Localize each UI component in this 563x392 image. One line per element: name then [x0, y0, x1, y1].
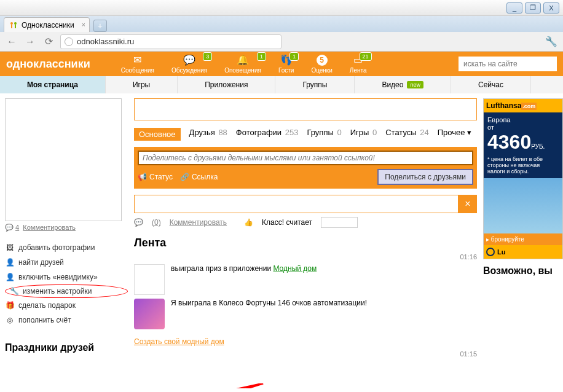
window-titlebar: _ ❐ X: [0, 0, 563, 16]
ptab-photos[interactable]: Фотографии 253: [236, 128, 299, 141]
ptab-count: 24: [420, 128, 428, 137]
nav-discussions[interactable]: 💬 3 Обсуждения: [171, 55, 207, 74]
sidebar-add-photos[interactable]: 🖼добавить фотографии: [5, 240, 128, 255]
badge: 3: [203, 52, 212, 61]
comment-link[interactable]: Комментировать: [170, 218, 227, 227]
klass-label: Класс! считает: [262, 218, 312, 227]
subnav-video[interactable]: Видеоnew: [355, 76, 451, 93]
post-box: ×: [134, 195, 477, 213]
sidebar-settings[interactable]: 🔧изменить настройки: [5, 284, 128, 298]
share-box: 📢Статус 🔗Ссылка Поделиться с друзьями: [134, 147, 477, 189]
envelope-icon: ✉: [131, 55, 144, 66]
sidebar-links: 🖼добавить фотографии 👤найти друзей 👤вклю…: [5, 240, 128, 327]
ptab-main[interactable]: Основное: [134, 128, 181, 141]
nav-guests[interactable]: 👣 1 Гости: [278, 55, 294, 74]
feed-item: Я выиграла в Колесо Фортуны 146 очков ав…: [134, 299, 477, 329]
profile-picture[interactable]: [5, 98, 122, 221]
post-close-button[interactable]: ×: [459, 195, 477, 213]
avatar[interactable]: [134, 264, 165, 295]
browser-tab[interactable]: Одноклассники ×: [4, 17, 90, 32]
nav-notifications[interactable]: 🔔 1 Оповещения: [224, 55, 261, 74]
ptab-count: 0: [372, 128, 377, 137]
ptab-games[interactable]: Игры 0: [350, 128, 377, 141]
ptab-count: 253: [285, 128, 299, 137]
post-input[interactable]: [134, 195, 459, 213]
tab-close-icon[interactable]: ×: [82, 22, 85, 28]
ptab-label: Группы: [307, 128, 333, 137]
back-button[interactable]: ←: [5, 35, 18, 49]
right-column: Lufthansa.com Европа от 4360РУБ. * цена …: [483, 98, 563, 388]
ad-price: 4360: [487, 131, 531, 153]
person-icon: 👤: [5, 257, 15, 267]
forward-button[interactable]: →: [23, 35, 37, 49]
url-input[interactable]: odnoklassniki.ru: [60, 34, 282, 49]
ad-body: Европа от 4360РУБ. * цена на билет в обе…: [484, 112, 562, 178]
new-badge: new: [407, 81, 423, 88]
ptab-statuses[interactable]: Статусы 24: [385, 128, 429, 141]
site-search-input[interactable]: [459, 57, 557, 71]
nav-messages[interactable]: ✉ Сообщения: [121, 55, 154, 74]
site-logo[interactable]: одноклассники: [6, 58, 90, 71]
subnav-label: Видео: [382, 80, 403, 89]
subnav-apps[interactable]: Приложения: [178, 76, 275, 93]
ad-cta[interactable]: ▸ бронируйте: [484, 233, 562, 245]
comment-count[interactable]: (0): [152, 218, 161, 227]
ad-footer: Lu: [484, 245, 562, 259]
sidebar-invisible[interactable]: 👤включить «невидимку»: [5, 270, 128, 284]
create-link[interactable]: Создать свой модный дом: [134, 337, 224, 346]
maximize-button[interactable]: ❐: [525, 2, 541, 14]
url-text: odnoklassniki.ru: [77, 37, 134, 46]
klass-icon[interactable]: 👍: [244, 218, 253, 227]
subnav-now[interactable]: Сейчас: [451, 76, 531, 93]
share-button[interactable]: Поделиться с друзьями: [377, 169, 473, 185]
reload-button[interactable]: ⟳: [42, 35, 55, 49]
new-tab-button[interactable]: +: [93, 20, 107, 32]
photo-icon: 🖼: [5, 243, 15, 253]
sidebar-find-friends[interactable]: 👤найти друзей: [5, 255, 128, 270]
sidebar-gift[interactable]: 🎁сделать подарок: [5, 298, 128, 313]
feed-text: выиграла приз в приложении: [171, 264, 273, 273]
coin-icon: ◎: [5, 315, 15, 325]
bell-icon: 🔔: [236, 55, 250, 66]
nav-label: Гости: [278, 67, 294, 74]
rating-icon: 5: [317, 55, 328, 66]
subnav-my-page[interactable]: Моя страница: [0, 76, 106, 93]
share-input[interactable]: [138, 151, 473, 165]
app-thumbnail[interactable]: [134, 299, 165, 329]
nav-feed[interactable]: ▭ 21 Лента: [350, 55, 367, 74]
ad-text: от: [487, 123, 559, 131]
ptab-label: Статусы: [385, 128, 416, 137]
minimize-button[interactable]: _: [506, 2, 522, 14]
nav-label: Лента: [350, 67, 367, 74]
app-link[interactable]: Модный дом: [273, 264, 317, 273]
lufthansa-icon: [486, 248, 495, 256]
nav-ratings[interactable]: 5 Оценки: [311, 55, 332, 74]
wrench-icon: 🔧: [9, 286, 19, 296]
link-label: Статус: [149, 173, 173, 181]
megaphone-icon: 📢: [138, 173, 147, 181]
ptab-more[interactable]: Прочее ▾: [438, 128, 471, 141]
link-label: изменить настройки: [23, 287, 92, 296]
subnav-games[interactable]: Игры: [106, 76, 178, 93]
feed-heading: Лента: [134, 237, 477, 249]
maybe-heading: Возможно, вы: [483, 265, 563, 276]
share-status-link[interactable]: 📢Статус: [138, 173, 173, 181]
post-meta: 💬 (0) Комментировать 👍 Класс! считает: [134, 217, 477, 228]
ptab-count: 0: [337, 128, 341, 137]
badge: 1: [289, 52, 299, 61]
comments-link[interactable]: Комментировать: [23, 224, 76, 231]
wrench-icon[interactable]: 🔧: [545, 35, 558, 49]
ptab-groups[interactable]: Группы 0: [307, 128, 341, 141]
browser-tabstrip: Одноклассники × +: [0, 16, 563, 32]
left-column: 💬 4 Комментировать 🖼добавить фотографии …: [5, 98, 128, 388]
share-link-link[interactable]: 🔗Ссылка: [180, 173, 218, 181]
sidebar-balance[interactable]: ◎пополнить счёт: [5, 313, 128, 327]
close-button[interactable]: X: [543, 2, 559, 14]
comments-count[interactable]: 4: [15, 224, 19, 231]
chat-icon: 💬: [183, 55, 196, 66]
svg-rect-3: [15, 25, 16, 28]
advertisement[interactable]: Lufthansa.com Европа от 4360РУБ. * цена …: [483, 98, 563, 259]
subnav-groups[interactable]: Группы: [275, 76, 355, 93]
ptab-friends[interactable]: Друзья 88: [189, 128, 227, 141]
feed-timestamp: 01:15: [134, 350, 477, 358]
